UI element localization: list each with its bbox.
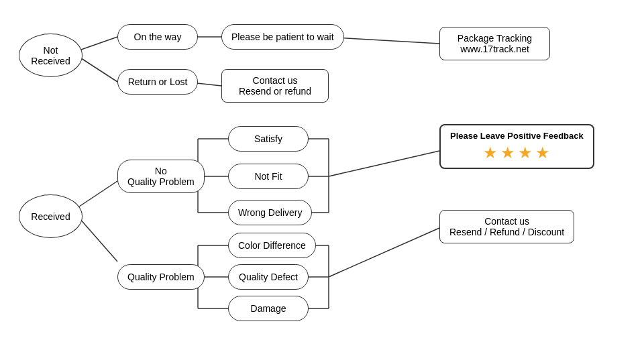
- be-patient-node: Please be patient to wait: [221, 24, 344, 50]
- on-the-way-node: On the way: [117, 24, 198, 50]
- svg-line-6: [79, 218, 117, 262]
- svg-line-1: [79, 57, 117, 82]
- svg-line-20: [329, 228, 439, 277]
- be-patient-label: Please be patient to wait: [231, 32, 334, 42]
- svg-line-5: [79, 181, 117, 207]
- quality-problem-label: Quality Problem: [127, 272, 195, 282]
- quality-defect-node: Quality Defect: [228, 264, 309, 290]
- package-tracking-node: Package Tracking www.17track.net: [439, 27, 550, 60]
- color-difference-label: Color Difference: [238, 240, 306, 251]
- quality-defect-label: Quality Defect: [239, 272, 298, 282]
- color-difference-node: Color Difference: [228, 233, 316, 258]
- return-or-lost-label: Return or Lost: [128, 76, 188, 87]
- received-label: Received: [31, 211, 70, 222]
- satisfy-label: Satisfy: [254, 133, 282, 144]
- contact-resend-refund-node: Contact us Resend or refund: [221, 69, 329, 103]
- diagram: Not Received On the way Return or Lost P…: [0, 0, 644, 344]
- not-received-label: Not Received: [31, 45, 70, 66]
- package-tracking-label: Package Tracking www.17track.net: [458, 33, 532, 54]
- svg-line-0: [79, 37, 117, 50]
- star-2: ★: [500, 144, 515, 162]
- not-fit-label: Not Fit: [254, 171, 282, 182]
- feedback-node: Please Leave Positive Feedback ★ ★ ★ ★: [439, 124, 594, 169]
- quality-problem-node: Quality Problem: [117, 264, 205, 290]
- contact-resend-refund-discount-label: Contact us Resend / Refund / Discount: [449, 216, 564, 237]
- star-4: ★: [535, 144, 550, 162]
- contact-resend-refund-label: Contact us Resend or refund: [239, 75, 311, 97]
- not-fit-node: Not Fit: [228, 164, 309, 189]
- wrong-delivery-label: Wrong Delivery: [238, 207, 302, 218]
- not-received-node: Not Received: [19, 34, 83, 77]
- contact-resend-refund-discount-node: Contact us Resend / Refund / Discount: [439, 210, 574, 243]
- svg-line-18: [329, 151, 439, 176]
- star-1: ★: [483, 144, 498, 162]
- damage-label: Damage: [251, 303, 286, 314]
- star-3: ★: [518, 144, 533, 162]
- received-node: Received: [19, 194, 83, 238]
- damage-node: Damage: [228, 296, 309, 321]
- wrong-delivery-node: Wrong Delivery: [228, 200, 312, 225]
- on-the-way-label: On the way: [134, 32, 182, 42]
- feedback-label: Please Leave Positive Feedback: [450, 131, 584, 141]
- stars-row: ★ ★ ★ ★: [450, 144, 584, 162]
- return-or-lost-node: Return or Lost: [117, 69, 198, 95]
- satisfy-node: Satisfy: [228, 126, 309, 152]
- no-quality-problem-label: No Quality Problem: [127, 166, 195, 187]
- no-quality-problem-node: No Quality Problem: [117, 160, 205, 193]
